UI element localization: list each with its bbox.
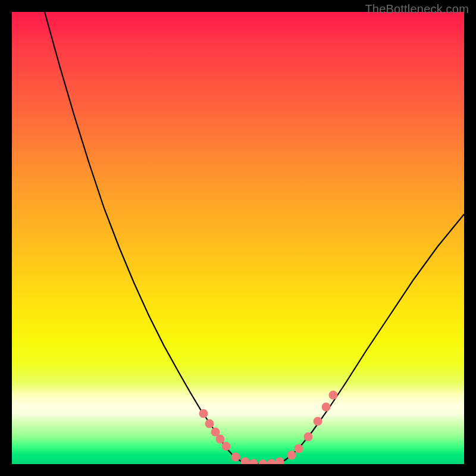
- chart-frame: TheBottleneck.com: [0, 0, 476, 476]
- dot-marker: [267, 459, 276, 465]
- dot-marker: [287, 451, 296, 460]
- curve-group: [45, 12, 464, 464]
- dot-marker: [314, 417, 322, 426]
- dot-marker: [231, 453, 240, 462]
- dot-marker: [295, 444, 303, 453]
- dot-marker: [222, 442, 231, 451]
- chart-svg: [12, 12, 464, 464]
- dot-marker: [259, 460, 268, 465]
- dot-marker: [329, 391, 338, 400]
- dot-marker: [205, 419, 214, 428]
- dot-markers: [199, 391, 338, 465]
- right-curve: [284, 214, 464, 461]
- dot-marker: [322, 403, 331, 412]
- dot-marker: [249, 459, 258, 465]
- dot-marker: [216, 435, 225, 444]
- watermark-text: TheBottleneck.com: [365, 2, 469, 16]
- dot-marker: [304, 433, 313, 441]
- left-curve: [45, 12, 242, 462]
- dot-marker: [241, 458, 250, 465]
- dot-marker: [275, 458, 284, 465]
- dot-marker: [199, 409, 208, 418]
